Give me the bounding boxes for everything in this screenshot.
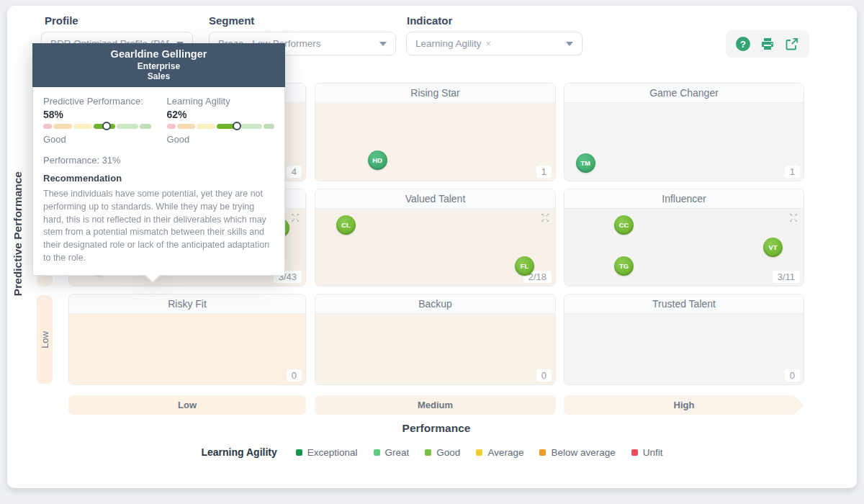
metric-value: 62% (167, 109, 275, 120)
cell-count-badge: 0 (536, 369, 552, 382)
tooltip-body: Predictive Performance:58%GoodLearning A… (32, 87, 285, 276)
cell-count-badge: 4 (287, 166, 302, 178)
export-icon[interactable] (785, 37, 799, 51)
matrix-cell-backup[interactable]: Backup0 (315, 294, 556, 385)
cell-title: Backup (315, 294, 555, 314)
metric-scale-bar (43, 124, 151, 129)
scale-segment (140, 124, 150, 129)
legend-item-exceptional: Exceptional (296, 447, 358, 458)
cell-body (564, 314, 804, 384)
learning-agility-legend: Learning Agility ExceptionalGreatGoodAve… (0, 446, 864, 458)
employee-division: Enterprise (40, 61, 278, 71)
tooltip-header: Gearldine Gellinger Enterprise Sales (32, 43, 285, 87)
scale-marker (102, 122, 111, 130)
expand-icon[interactable]: ↖↗↙↘ (788, 213, 798, 222)
cell-body (315, 103, 555, 181)
matrix-cell-influencer[interactable]: Influencer3/11↖↗↙↘ (564, 189, 804, 287)
matrix-cell-rising-star[interactable]: Rising Star1 (315, 83, 556, 181)
x-band-high: High (564, 395, 804, 415)
legend-item-good: Good (425, 447, 460, 458)
cell-title: Game Changer (564, 84, 804, 103)
y-axis-title: Predictive Performance (10, 83, 26, 385)
avatar-HD[interactable]: HD (368, 150, 387, 170)
metric-label: Predictive Performance: (43, 96, 151, 107)
employee-department: Sales (40, 71, 278, 81)
scale-segment (177, 124, 196, 129)
recommendation-text: These individuals have some potential, y… (43, 188, 274, 265)
x-axis-title: Performance (68, 422, 804, 435)
indicator-dropdown-value: Learning Agility× (415, 38, 491, 49)
cell-title: Rising Star (315, 84, 555, 103)
clear-selection-icon[interactable]: × (486, 38, 492, 49)
legend-item-great: Great (374, 447, 410, 458)
metric-label: Learning Agility (167, 96, 275, 107)
cell-body (564, 103, 804, 181)
chevron-down-icon (379, 42, 387, 46)
metric-value: 58% (43, 109, 151, 120)
cell-count-badge: 1 (536, 166, 552, 178)
matrix-cell-risky-fit[interactable]: Risky Fit0 (68, 294, 306, 385)
recommendation-title: Recommendation (43, 173, 274, 184)
cell-body (315, 314, 555, 384)
x-band-low: Low (68, 395, 306, 415)
legend-item-below-average: Below average (539, 447, 615, 458)
avatar-TG[interactable]: TG (614, 256, 634, 276)
scale-segment (117, 124, 138, 129)
expand-icon[interactable]: ↖↗↙↘ (540, 213, 550, 222)
legend-item-average: Average (476, 447, 523, 458)
avatar-TM[interactable]: TM (576, 153, 595, 173)
x-band-medium: Medium (315, 395, 556, 415)
legend-item-unfit: Unfit (631, 447, 663, 458)
toolbar: ? (726, 30, 809, 58)
scale-segment (197, 124, 215, 129)
tooltip-metrics: Predictive Performance:58%GoodLearning A… (43, 96, 274, 145)
legend-swatch (631, 449, 638, 456)
legend-swatch (539, 449, 546, 456)
matrix-cell-trusted-talent[interactable]: Trusted Talent0 (564, 294, 804, 385)
cell-title: Influencer (564, 189, 804, 209)
cell-count-badge: 1 (785, 166, 800, 178)
cell-title: Valued Talent (315, 189, 555, 209)
profile-label: Profile (45, 14, 78, 27)
avatar-FL[interactable]: FL (515, 256, 534, 276)
indicator-dropdown[interactable]: Learning Agility× (406, 32, 582, 55)
matrix-cell-game-changer[interactable]: Game Changer1 (564, 83, 804, 181)
scale-marker (233, 122, 241, 130)
legend-swatch (296, 449, 302, 456)
metric-rating: Good (167, 134, 275, 145)
indicator-label: Indicator (407, 14, 452, 27)
scale-segment (73, 124, 92, 129)
talent-matrix-dashboard: Profile BDR Optimized Profile (PASSED) S… (0, 0, 864, 504)
cell-body (69, 314, 305, 384)
scale-segment (240, 124, 262, 129)
tooltip-metric: Predictive Performance:58%Good (43, 96, 151, 145)
scale-segment (167, 124, 176, 129)
y-band-low: Low (37, 295, 53, 384)
help-icon[interactable]: ? (736, 37, 750, 51)
legend-swatch (374, 449, 380, 456)
cell-title: Risky Fit (69, 294, 305, 314)
employee-name: Gearldine Gellinger (40, 48, 278, 60)
scale-segment (264, 124, 274, 129)
chevron-down-icon (566, 42, 573, 46)
scale-segment (43, 124, 52, 129)
cell-count-badge: 0 (785, 369, 800, 382)
legend-swatch (476, 449, 482, 456)
tooltip-metric: Learning Agility62%Good (167, 96, 275, 145)
legend-swatch (425, 449, 431, 456)
print-icon[interactable] (760, 37, 775, 51)
avatar-VT[interactable]: VT (763, 238, 783, 257)
scale-segment (53, 124, 72, 129)
legend-title: Learning Agility (202, 446, 277, 458)
metric-rating: Good (43, 134, 151, 145)
expand-icon[interactable]: ↖↗↙↘ (290, 213, 300, 222)
metric-scale-bar (167, 124, 275, 129)
employee-tooltip: Gearldine Gellinger Enterprise Sales Pre… (32, 43, 285, 276)
cell-title: Trusted Talent (564, 294, 804, 314)
cell-count-badge: 0 (287, 369, 302, 382)
cell-count-badge: 3/11 (773, 271, 800, 283)
segment-label: Segment (209, 14, 254, 27)
performance-value: Performance: 31% (43, 155, 274, 166)
